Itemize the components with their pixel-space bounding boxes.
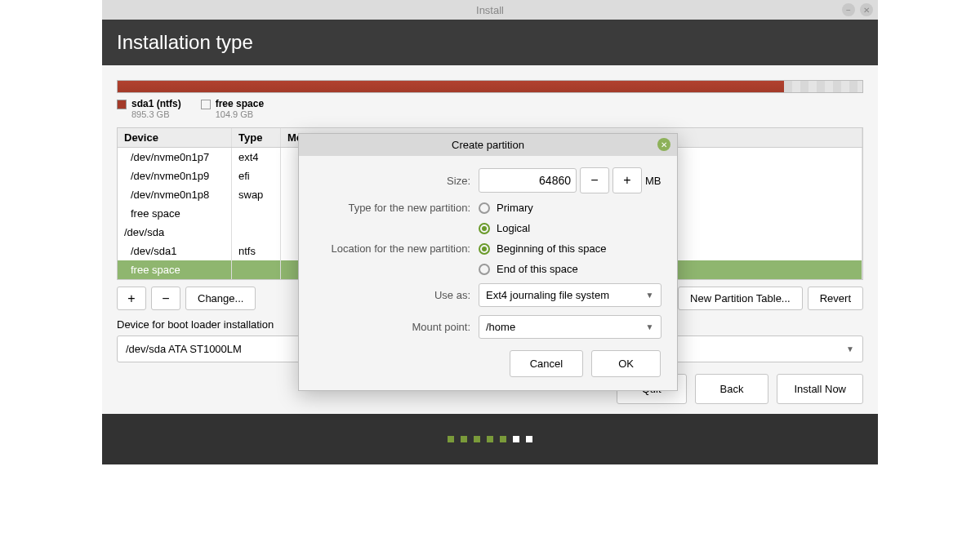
size-increment-button[interactable]: + <box>612 167 642 193</box>
progress-dot <box>461 436 467 442</box>
revert-button[interactable]: Revert <box>808 287 863 310</box>
radio-logical[interactable]: Logical <box>479 222 662 234</box>
col-type[interactable]: Type <box>232 128 281 147</box>
disk-usage-bar <box>117 80 863 93</box>
swatch-icon <box>201 100 211 109</box>
size-label: Size: <box>307 175 470 187</box>
chevron-down-icon: ▼ <box>646 322 654 331</box>
progress-dots <box>102 414 878 464</box>
minimize-icon[interactable]: − <box>842 3 855 16</box>
dialog-title: Create partition ✕ <box>299 134 677 156</box>
size-unit: MB <box>645 175 662 187</box>
location-label: Location for the new partition: <box>307 242 470 255</box>
cancel-button[interactable]: Cancel <box>510 350 583 377</box>
new-partition-table-button[interactable]: New Partition Table... <box>678 287 803 310</box>
back-button[interactable]: Back <box>695 374 769 404</box>
progress-dot <box>474 436 480 442</box>
use-as-label: Use as: <box>307 289 470 301</box>
install-now-button[interactable]: Install Now <box>777 374 863 404</box>
use-as-select[interactable]: Ext4 journaling file system▼ <box>479 283 662 307</box>
radio-end[interactable]: End of this space <box>479 263 662 275</box>
progress-dot <box>448 436 454 442</box>
window-title: Install <box>476 4 504 16</box>
swatch-icon <box>117 100 127 109</box>
titlebar: Install − ✕ <box>102 0 878 20</box>
change-partition-button[interactable]: Change... <box>185 287 256 310</box>
progress-dot <box>487 436 493 442</box>
page-title: Installation type <box>102 20 878 65</box>
col-device[interactable]: Device <box>118 128 232 147</box>
create-partition-dialog: Create partition ✕ Size: − + MB Type for… <box>298 133 678 391</box>
disk-legend: sda1 (ntfs)895.3 GB free space104.9 GB <box>117 98 863 119</box>
radio-primary[interactable]: Primary <box>479 202 662 214</box>
progress-dot <box>526 436 532 442</box>
mount-point-label: Mount point: <box>307 321 470 333</box>
add-partition-button[interactable]: + <box>117 287 146 310</box>
chevron-down-icon: ▼ <box>846 344 854 353</box>
progress-dot <box>500 436 506 442</box>
size-input[interactable] <box>479 168 577 193</box>
radio-beginning[interactable]: Beginning of this space <box>479 242 662 255</box>
progress-dot <box>513 436 519 442</box>
close-window-icon[interactable]: ✕ <box>860 3 873 16</box>
close-icon[interactable]: ✕ <box>657 138 670 151</box>
remove-partition-button[interactable]: − <box>151 287 180 310</box>
size-decrement-button[interactable]: − <box>580 167 609 193</box>
partition-type-label: Type for the new partition: <box>307 202 470 214</box>
chevron-down-icon: ▼ <box>646 291 654 300</box>
ok-button[interactable]: OK <box>591 350 661 377</box>
mount-point-select[interactable]: /home▼ <box>479 315 662 339</box>
